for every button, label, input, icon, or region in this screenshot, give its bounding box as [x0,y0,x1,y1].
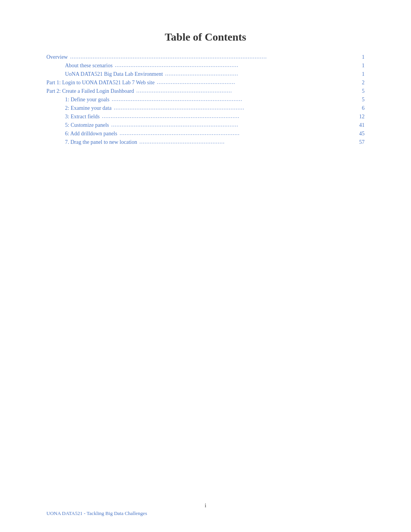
toc-page-number: 1 [357,54,365,60]
footer-text: UONA DATA521 - Tackling Big Data Challen… [46,510,147,517]
toc-label: About these scenarios [65,63,113,69]
toc-page-number: 1 [357,71,365,77]
toc-entry-step1[interactable]: 1: Define your goals....................… [46,97,365,103]
toc-dots: ........................................… [136,88,354,94]
toc-label: 6: Add drilldown panels [65,131,117,137]
toc-label: 5: Customize panels [65,122,109,128]
toc-dots: ........................................… [115,62,354,68]
toc-page-number: 5 [357,97,365,103]
toc-title: Table of Contents [46,31,365,43]
toc-dots: ........................................… [165,71,354,77]
toc-dots: ........................................… [120,130,354,136]
toc-entry-part2[interactable]: Part 2: Create a Failed Login Dashboard.… [46,88,365,94]
toc-entry-step6[interactable]: 6: Add drilldown panels.................… [46,131,365,137]
toc-page-number: 57 [357,139,365,145]
toc-entry-overview[interactable]: Overview................................… [46,54,365,60]
toc-entry-step7[interactable]: 7. Drag the panel to new location.......… [46,139,365,145]
toc-label: 1: Define your goals [65,97,110,103]
toc-page-number: 6 [357,105,365,111]
toc-label: Part 1: Login to UONA DATA521 Lab 7 Web … [46,80,154,86]
toc-label: Part 2: Create a Failed Login Dashboard [46,88,134,94]
toc-dots: ........................................… [139,139,354,145]
toc-label: Overview [46,54,68,60]
toc-page-number: 45 [357,131,365,137]
toc-dots: ........................................… [111,122,354,128]
toc-entry-step3[interactable]: 3: Extract fields.......................… [46,114,365,120]
toc-dots: ........................................… [70,54,354,60]
toc-page-number: 1 [357,63,365,69]
toc-page-number: 2 [357,80,365,86]
toc-entry-step2[interactable]: 2: Examine your data....................… [46,105,365,111]
page-number: i [205,503,206,509]
toc-page-number: 12 [357,114,365,120]
toc-dots: ........................................… [114,105,354,111]
toc-dots: ........................................… [157,79,354,85]
toc-container: Overview................................… [46,54,365,145]
toc-entry-about-scenarios[interactable]: About these scenarios...................… [46,63,365,69]
toc-label: UoNA DATA521 Big Data Lab Environment [65,71,163,77]
toc-entry-step5[interactable]: 5: Customize panels.....................… [46,122,365,128]
toc-entry-part1[interactable]: Part 1: Login to UONA DATA521 Lab 7 Web … [46,80,365,86]
toc-label: 7. Drag the panel to new location [65,139,137,145]
toc-label: 3: Extract fields [65,114,99,120]
page: Table of Contents Overview..............… [0,0,411,532]
toc-page-number: 5 [357,88,365,94]
toc-dots: ........................................… [112,96,354,102]
toc-page-number: 41 [357,122,365,128]
toc-label: 2: Examine your data [65,105,111,111]
toc-entry-uona-environment[interactable]: UoNA DATA521 Big Data Lab Environment...… [46,71,365,77]
toc-dots: ........................................… [102,113,354,119]
